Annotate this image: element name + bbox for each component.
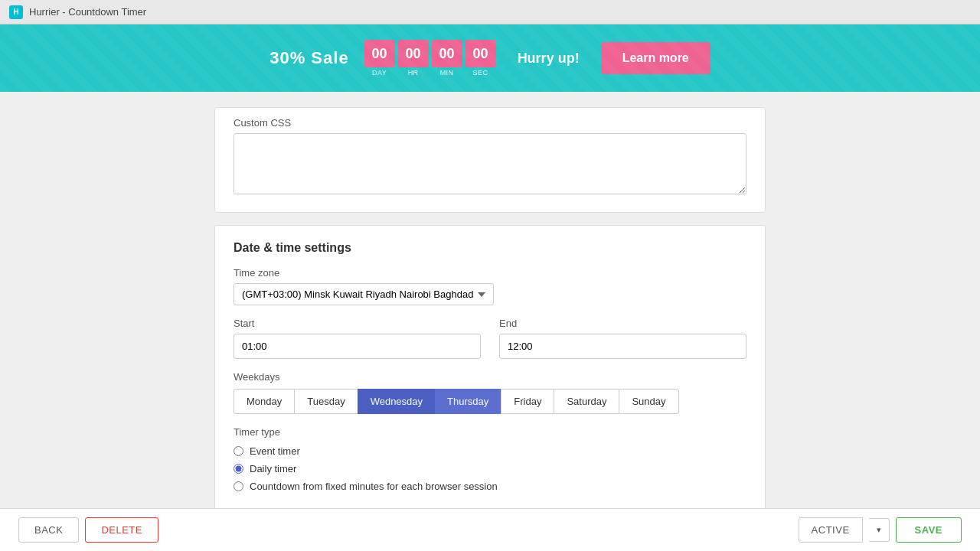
- countdown-hr: 00 HR: [398, 40, 429, 77]
- browser-bar: H Hurrier - Countdown Timer: [0, 0, 980, 24]
- custom-css-textarea[interactable]: [234, 133, 746, 194]
- weekday-thursday[interactable]: Thursday: [435, 389, 501, 414]
- save-button[interactable]: SAVE: [896, 517, 962, 543]
- timer-type-label: Timer type: [234, 426, 746, 438]
- promo-banner: 30% Sale 00 DAY 00 HR 00 MIN 00 SEC Hurr…: [0, 24, 980, 92]
- radio-countdown-input[interactable]: [234, 481, 243, 491]
- active-caret-button[interactable]: ▾: [869, 518, 890, 542]
- footer-left: BACK DELETE: [18, 517, 158, 543]
- browser-title: Hurrier - Countdown Timer: [29, 6, 146, 18]
- timer-type-section: Timer type Event timer Daily timer Count…: [234, 426, 746, 492]
- weekdays-label: Weekdays: [234, 371, 746, 383]
- date-time-title: Date & time settings: [234, 241, 746, 255]
- footer: BACK DELETE ACTIVE ▾ SAVE: [0, 508, 980, 551]
- countdown-group: 00 DAY 00 HR 00 MIN 00 SEC: [364, 40, 496, 77]
- countdown-day: 00 DAY: [364, 40, 395, 77]
- end-label: End: [499, 318, 746, 329]
- main-content: Custom CSS Date & time settings Time zon…: [0, 92, 980, 551]
- start-label: Start: [234, 318, 481, 329]
- weekdays-row: Monday Tuesday Wednesday Thursday Friday…: [234, 389, 746, 414]
- date-time-card: Date & time settings Time zone (GMT+03:0…: [214, 225, 766, 514]
- countdown-sec: 00 SEC: [466, 40, 496, 77]
- custom-css-label: Custom CSS: [234, 117, 746, 129]
- end-field: End: [499, 318, 746, 359]
- weekday-saturday[interactable]: Saturday: [554, 389, 619, 414]
- app-icon: H: [9, 5, 23, 19]
- start-end-row: Start End: [234, 318, 746, 359]
- countdown-min-label: MIN: [440, 69, 454, 77]
- countdown-sec-label: SEC: [473, 69, 488, 77]
- start-input[interactable]: [234, 334, 481, 359]
- timezone-field: Time zone (GMT+03:00) Minsk Kuwait Riyad…: [234, 267, 746, 305]
- countdown-day-value: 00: [364, 40, 395, 67]
- weekday-monday[interactable]: Monday: [234, 389, 294, 414]
- sale-text: 30% Sale: [270, 48, 348, 68]
- delete-button[interactable]: DELETE: [85, 517, 158, 543]
- learn-more-button[interactable]: Learn more: [601, 42, 710, 74]
- footer-right: ACTIVE ▾ SAVE: [799, 517, 962, 543]
- radio-daily-label: Daily timer: [250, 463, 296, 474]
- end-input[interactable]: [499, 334, 746, 359]
- weekdays-section: Weekdays Monday Tuesday Wednesday Thursd…: [234, 371, 746, 414]
- active-button[interactable]: ACTIVE: [799, 517, 863, 543]
- radio-event-input[interactable]: [234, 446, 243, 456]
- hurry-text: Hurry up!: [518, 51, 580, 67]
- countdown-day-label: DAY: [372, 69, 387, 77]
- start-field: Start: [234, 318, 481, 359]
- countdown-hr-label: HR: [408, 69, 419, 77]
- back-button[interactable]: BACK: [18, 517, 79, 543]
- radio-event-label: Event timer: [250, 445, 300, 457]
- radio-event-timer: Event timer: [234, 445, 746, 457]
- custom-css-card: Custom CSS: [214, 107, 766, 213]
- countdown-min: 00 MIN: [432, 40, 462, 77]
- radio-daily-timer: Daily timer: [234, 463, 746, 474]
- weekday-friday[interactable]: Friday: [501, 389, 554, 414]
- weekday-sunday[interactable]: Sunday: [619, 389, 678, 414]
- countdown-hr-value: 00: [398, 40, 429, 67]
- countdown-min-value: 00: [432, 40, 462, 67]
- radio-daily-input[interactable]: [234, 464, 243, 474]
- timezone-select[interactable]: (GMT+03:00) Minsk Kuwait Riyadh Nairobi …: [234, 283, 494, 305]
- weekday-wednesday[interactable]: Wednesday: [358, 389, 435, 414]
- timezone-label: Time zone: [234, 267, 746, 279]
- weekday-tuesday[interactable]: Tuesday: [294, 389, 357, 414]
- countdown-sec-value: 00: [466, 40, 496, 67]
- radio-countdown-label: Countdown from fixed minutes for each br…: [250, 481, 498, 492]
- radio-countdown-timer: Countdown from fixed minutes for each br…: [234, 481, 746, 492]
